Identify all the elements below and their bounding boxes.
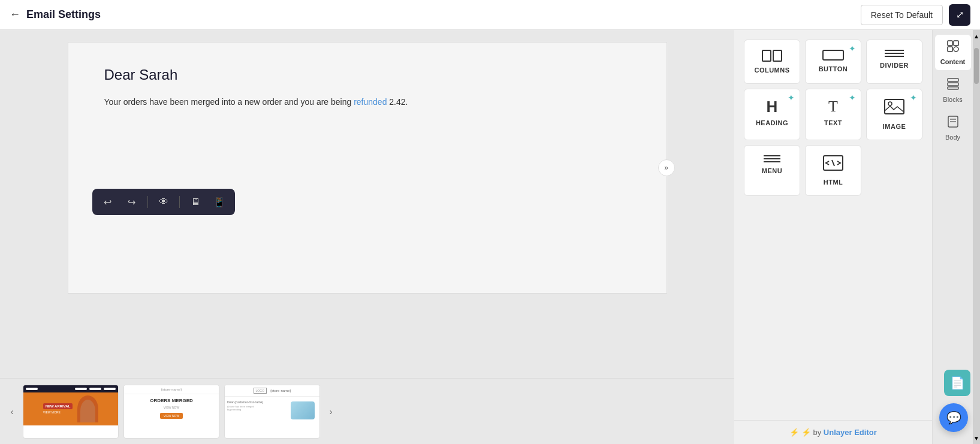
template-thumb-1[interactable]: logo a b c NEW ARRIVAL VIEW MORE (23, 385, 119, 439)
unlayer-link[interactable]: Unlayer Editor (824, 428, 877, 437)
bolt-icon: ⚡ (789, 428, 799, 437)
button-icon (822, 50, 844, 61)
divider-icon (885, 50, 904, 57)
card-divider[interactable]: DIVIDER (866, 40, 922, 84)
preview-button[interactable]: 👁 (155, 194, 172, 210)
card-divider-label: DIVIDER (880, 62, 909, 69)
redo-button[interactable]: ↪ (123, 194, 140, 210)
card-heading-label: HEADING (756, 119, 788, 126)
email-content: Dear Sarah Your orders have been merged … (68, 43, 667, 132)
scroll-up-button[interactable]: ▲ (973, 30, 980, 42)
svg-rect-0 (885, 99, 904, 114)
sparkle-icon: ✦ (849, 44, 856, 53)
content-grid: COLUMNS ✦ BUTTON (744, 40, 922, 196)
tab-body-label: Body (945, 134, 960, 141)
card-image-label: IMAGE (883, 123, 906, 130)
card-image[interactable]: ✦ IMAGE (866, 89, 922, 140)
desktop-view-button[interactable]: 🖥 (187, 194, 204, 210)
chat-button[interactable]: 💬 (939, 403, 968, 432)
template-thumb-3[interactable]: LOGO {store-name} Dear {customer-first-n… (224, 385, 320, 439)
card-text[interactable]: ✦ T TEXT (805, 89, 861, 140)
svg-rect-4 (948, 41, 952, 46)
tab-blocks[interactable]: Blocks (935, 73, 971, 108)
strip-arrow-right[interactable]: › (325, 406, 337, 418)
canvas-wrapper: Dear Sarah Your orders have been merged … (0, 30, 734, 378)
card-columns-label: COLUMNS (754, 67, 789, 74)
content-tab-icon (946, 40, 960, 56)
tab-body[interactable]: Body (935, 110, 971, 146)
content-panel: COLUMNS ✦ BUTTON (734, 30, 932, 420)
tab-content-label: Content (940, 58, 966, 65)
collapse-panel-button[interactable]: » (658, 159, 675, 176)
card-button[interactable]: ✦ BUTTON (805, 40, 861, 84)
card-columns[interactable]: COLUMNS (744, 40, 800, 84)
header-right: Reset To Default ⤢ (861, 4, 970, 26)
unlayer-footer: ⚡ ⚡ by Unlayer Editor (734, 420, 932, 444)
scroll-thumb[interactable] (974, 48, 979, 84)
scroll-track (973, 42, 980, 432)
columns-icon (762, 50, 782, 62)
svg-rect-9 (948, 83, 958, 86)
svg-rect-6 (948, 47, 952, 52)
card-html-label: HTML (824, 179, 843, 186)
body-tab-icon (946, 115, 960, 131)
image-icon (884, 99, 904, 118)
card-html[interactable]: HTML (805, 145, 861, 196)
sparkle-icon-2: ✦ (788, 93, 795, 102)
card-menu-label: MENU (762, 167, 782, 174)
refund-link[interactable]: refunded (354, 97, 387, 107)
right-panel: COLUMNS ✦ BUTTON (734, 30, 980, 444)
heading-icon: H (767, 99, 778, 114)
expand-button[interactable]: ⤢ (949, 4, 970, 26)
sparkle-icon-3: ✦ (849, 93, 856, 102)
mobile-view-button[interactable]: 📱 (211, 194, 228, 210)
back-button[interactable]: ← (10, 8, 20, 21)
email-canvas: Dear Sarah Your orders have been merged … (68, 42, 667, 294)
template-thumb-2[interactable]: {store-name} ORDERS MERGED VIEW NOW VIEW… (123, 385, 219, 439)
card-button-label: BUTTON (819, 65, 848, 73)
scrollbar: ▲ ▼ (973, 30, 980, 444)
tab-content[interactable]: Content (935, 35, 971, 70)
toolbar-divider-2 (179, 196, 180, 208)
page-title: Email Settings (26, 8, 101, 21)
email-greeting: Dear Sarah (104, 67, 631, 83)
header: ← Email Settings Reset To Default ⤢ (0, 0, 980, 30)
scroll-down-button[interactable]: ▼ (973, 432, 980, 444)
text-icon: T (828, 99, 838, 114)
svg-rect-5 (954, 41, 958, 46)
svg-point-1 (888, 102, 892, 105)
sparkle-icon-4: ✦ (910, 93, 917, 102)
card-menu[interactable]: MENU (744, 145, 800, 196)
html-icon (823, 155, 843, 174)
svg-rect-10 (948, 87, 958, 89)
header-left: ← Email Settings (10, 8, 101, 21)
canvas-toolbar: ↩ ↪ 👁 🖥 📱 (92, 189, 235, 215)
tab-blocks-label: Blocks (943, 96, 962, 103)
menu-icon (764, 155, 780, 162)
email-body-text: Your orders have been merged into a new … (104, 95, 631, 108)
canvas-area: Dear Sarah Your orders have been merged … (0, 30, 734, 444)
content-panel-wrapper: COLUMNS ✦ BUTTON (734, 30, 932, 444)
svg-point-7 (954, 47, 958, 52)
card-heading[interactable]: ✦ H HEADING (744, 89, 800, 140)
blocks-tab-icon (946, 77, 960, 93)
strip-arrow-left[interactable]: ‹ (6, 406, 18, 418)
document-icon-button[interactable]: 📄 (944, 370, 970, 396)
svg-line-3 (832, 160, 834, 166)
svg-rect-8 (948, 78, 958, 81)
main-container: Dear Sarah Your orders have been merged … (0, 30, 980, 444)
undo-button[interactable]: ↩ (99, 194, 116, 210)
reset-default-button[interactable]: Reset To Default (861, 5, 943, 25)
card-text-label: TEXT (824, 119, 842, 126)
toolbar-divider (147, 196, 148, 208)
template-strip: ‹ logo a b c NEW ARRIVAL VIEW MORE (0, 378, 734, 444)
